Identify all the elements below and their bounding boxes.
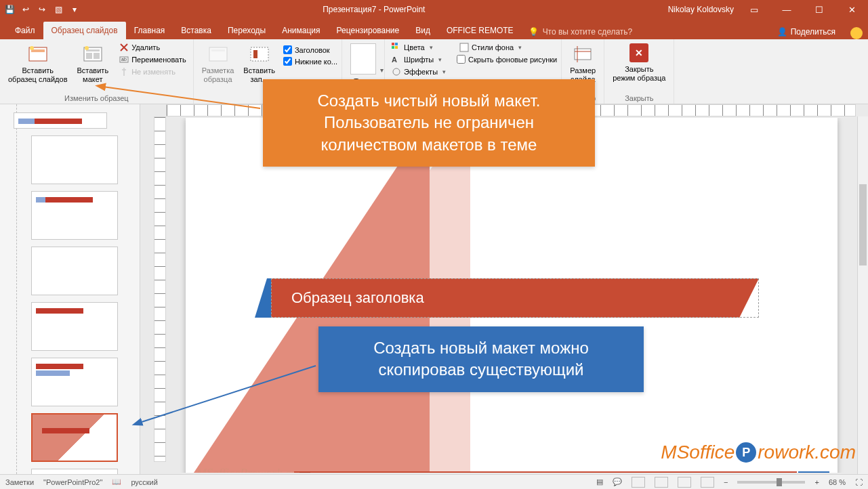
tab-home[interactable]: Главная [126, 22, 173, 39]
share-button[interactable]: 👤 Поделиться [769, 24, 844, 39]
fonts-button[interactable]: AШрифты▾ [389, 54, 449, 65]
colors-icon [392, 43, 401, 52]
notes-button[interactable]: Заметки [5, 478, 34, 486]
emoji-feedback-icon[interactable] [850, 27, 863, 39]
normal-view-button[interactable] [632, 477, 645, 488]
zoom-out-button[interactable]: − [724, 478, 728, 486]
title-checkbox[interactable]: Заголовок [283, 45, 337, 54]
document-title: Презентация7 - PowerPoint [80, 5, 668, 14]
footers-checkbox[interactable]: Нижние ко... [283, 57, 337, 66]
layout-thumbnail[interactable] [31, 469, 118, 474]
group-edit-master: Вставить образец слайдов Вставить макет … [0, 39, 194, 104]
colors-button[interactable]: Цвета▾ [389, 42, 449, 53]
thumbnail-pane[interactable] [0, 104, 140, 474]
tab-review[interactable]: Рецензирование [329, 22, 408, 39]
svg-point-7 [85, 46, 89, 50]
tab-view[interactable]: Вид [407, 22, 438, 39]
language-button[interactable]: русский [131, 478, 157, 486]
scrollbar-thumb[interactable] [859, 184, 867, 265]
slide-footer[interactable]: PНижний колонтитул [294, 471, 797, 473]
person-icon: 👤 [777, 27, 787, 37]
rename-button[interactable]: abПереименовать [117, 54, 189, 65]
start-show-icon[interactable]: ▧ [53, 4, 64, 15]
slideshow-view-button[interactable] [701, 477, 714, 488]
zoom-slider[interactable] [737, 481, 805, 484]
insert-placeholder-button[interactable]: Вставить зап... [239, 42, 279, 85]
reading-view-button[interactable] [678, 477, 691, 488]
ribbon-options-icon[interactable]: ▭ [742, 0, 766, 19]
callout-blue: Создать новый макет можно скопировав сущ… [318, 326, 644, 392]
group-label: Изменить образец [4, 93, 189, 102]
tab-insert[interactable]: Вставка [173, 22, 220, 39]
close-button[interactable]: ✕ [840, 0, 864, 19]
zoom-handle[interactable] [777, 478, 782, 486]
comments-icon[interactable]: 💬 [613, 477, 622, 486]
theme-gallery-icon [350, 43, 376, 75]
layout-thumbnail[interactable] [31, 191, 118, 240]
insert-layout-button[interactable]: Вставить макет [73, 42, 112, 85]
svg-rect-17 [395, 46, 398, 49]
slide-canvas[interactable]: Образец заголовка MSofficeProwork.com PН… [167, 118, 856, 473]
tab-slide-master[interactable]: Образец слайдов [43, 22, 126, 39]
fit-to-window-button[interactable]: ⛶ [855, 478, 863, 486]
tab-transitions[interactable]: Переходы [220, 22, 274, 39]
svg-rect-15 [395, 43, 398, 45]
tab-file[interactable]: Файл [7, 22, 43, 39]
redo-icon[interactable]: ↪ [37, 4, 47, 15]
effects-icon [392, 67, 401, 77]
layout-thumbnail[interactable] [31, 302, 118, 351]
close-icon: ✕ [629, 43, 648, 62]
placeholder-icon [249, 43, 270, 65]
close-master-button[interactable]: ✕ Закрыть режим образца [608, 42, 669, 83]
fonts-icon: A [392, 55, 401, 64]
bg-styles-icon [459, 43, 469, 52]
slide-footer-accent [798, 471, 829, 473]
layout-thumbnail-selected[interactable] [31, 413, 118, 462]
layout-thumbnail[interactable] [31, 135, 118, 184]
layout-thumbnail[interactable] [31, 358, 118, 406]
svg-rect-4 [86, 49, 100, 51]
master-thumbnail[interactable] [14, 112, 107, 129]
layout-thumbnail[interactable] [31, 247, 118, 295]
svg-rect-11 [211, 49, 225, 51]
svg-point-2 [30, 46, 34, 50]
qat-more-icon[interactable]: ▾ [69, 4, 80, 15]
tab-office-remote[interactable]: OFFICE REMOTE [438, 22, 522, 39]
svg-rect-5 [86, 53, 92, 59]
maximize-button[interactable]: ☐ [807, 0, 831, 19]
insert-slide-master-button[interactable]: Вставить образец слайдов [4, 42, 71, 85]
master-layout-button[interactable]: Разметка образца [198, 42, 239, 85]
tell-me-search[interactable]: 💡 Что вы хотите сделать? [522, 24, 640, 39]
sorter-view-button[interactable] [655, 477, 668, 488]
group-label: Закрыть [608, 93, 669, 102]
svg-rect-20 [460, 43, 468, 51]
page-watermark: MSoffice P rowork.com [661, 442, 856, 463]
zoom-percent[interactable]: 68 % [829, 478, 846, 486]
pin-icon [119, 67, 129, 77]
slide[interactable]: Образец заголовка MSofficeProwork.com PН… [186, 118, 838, 473]
zoom-in-button[interactable]: + [814, 478, 819, 486]
slide-watermark: MSofficeProwork.com [197, 467, 306, 473]
title-selection-outline [271, 278, 759, 318]
watermark-p-icon: P [736, 442, 756, 463]
powerpoint-logo-icon: P [299, 472, 310, 473]
share-label: Поделиться [791, 27, 835, 37]
hide-bg-checkbox[interactable]: Скрыть фоновые рисунки [457, 55, 557, 64]
svg-rect-1 [31, 49, 45, 52]
tab-animation[interactable]: Анимация [274, 22, 328, 39]
group-close: ✕ Закрыть режим образца Закрыть [604, 39, 674, 104]
notes-toggle-icon[interactable]: ▤ [596, 477, 603, 486]
ribbon-tabs: Файл Образец слайдов Главная Вставка Пер… [0, 19, 868, 39]
spellcheck-icon[interactable]: 📖 [112, 477, 121, 486]
svg-rect-16 [392, 46, 394, 49]
vertical-ruler [154, 116, 166, 462]
svg-point-19 [393, 68, 400, 75]
save-icon[interactable]: 💾 [4, 4, 15, 15]
vertical-scrollbar[interactable] [857, 116, 868, 474]
callout-orange: Создать чистый новый макет. Пользователь… [263, 79, 595, 167]
undo-icon[interactable]: ↩ [20, 4, 31, 15]
bg-styles-button[interactable]: Стили фона▾ [457, 42, 557, 53]
effects-button[interactable]: Эффекты▾ [389, 66, 449, 77]
delete-button[interactable]: Удалить [117, 42, 189, 53]
minimize-button[interactable]: — [774, 0, 799, 19]
